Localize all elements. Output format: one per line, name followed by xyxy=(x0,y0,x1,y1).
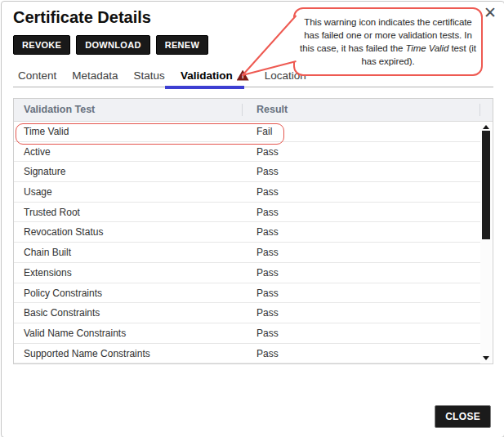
table-row[interactable]: Trusted RootPass xyxy=(14,203,480,223)
cell-test: Extensions xyxy=(24,263,72,283)
table-row[interactable]: ActivePass xyxy=(14,142,480,163)
callout-italic-text: Time Valid xyxy=(406,43,449,53)
cell-test: Chain Built xyxy=(24,243,71,262)
cell-result: Pass xyxy=(256,283,279,303)
table-body: Time ValidFail ActivePass SignaturePass … xyxy=(14,122,480,363)
cell-result: Fail xyxy=(256,122,272,141)
cell-result: Pass xyxy=(256,162,279,181)
cell-test: Active xyxy=(24,142,51,162)
cell-test: Valid Name Constraints xyxy=(24,323,126,343)
table-row[interactable]: Valid Name ConstraintsPass xyxy=(14,323,480,344)
table-row[interactable]: SignaturePass xyxy=(14,162,480,182)
warning-icon-glyph: ! xyxy=(242,72,244,81)
table-row[interactable]: Policy ConstraintsPass xyxy=(14,283,480,304)
cell-test: Usage xyxy=(24,182,52,202)
scroll-down-icon[interactable] xyxy=(483,356,489,360)
table-row[interactable]: ExtensionsPass xyxy=(14,263,480,283)
cell-result: Pass xyxy=(256,222,279,242)
action-button-row: REVOKE DOWNLOAD RENEW xyxy=(13,35,214,55)
cell-result: Pass xyxy=(256,243,279,262)
scrollbar-thumb[interactable] xyxy=(482,131,490,239)
cell-test: Policy Constraints xyxy=(24,283,102,303)
warning-annotation-callout: This warning icon indicates the certific… xyxy=(293,7,483,76)
tab-status[interactable]: Status xyxy=(134,69,165,82)
cell-result: Pass xyxy=(256,344,279,363)
column-header-result: Result xyxy=(256,104,288,115)
cell-test: Supported Name Constraints xyxy=(24,344,150,363)
table-header: Validation Test Result xyxy=(14,99,493,122)
cell-test: Basic Constraints xyxy=(24,303,100,323)
table-row[interactable]: Basic ConstraintsPass xyxy=(14,303,480,323)
table-row[interactable]: Supported Name ConstraintsPass xyxy=(14,344,480,364)
certificate-details-dialog: Certificate Details ✕ REVOKE DOWNLOAD RE… xyxy=(1,1,504,437)
cell-result: Pass xyxy=(256,142,279,162)
tab-validation[interactable]: Validation ! xyxy=(181,69,249,82)
tab-validation-label: Validation xyxy=(181,69,233,82)
tab-metadata[interactable]: Metadata xyxy=(72,69,118,82)
renew-button[interactable]: RENEW xyxy=(156,35,208,55)
validation-results-table: Validation Test Result Time ValidFail Ac… xyxy=(13,98,493,364)
tab-content[interactable]: Content xyxy=(18,69,56,82)
warning-icon: ! xyxy=(237,70,249,81)
close-button[interactable]: CLOSE xyxy=(435,405,491,428)
scroll-up-icon[interactable] xyxy=(483,125,489,129)
table-row[interactable]: UsagePass xyxy=(14,182,480,203)
cell-test: Time Valid xyxy=(24,122,69,141)
revoke-button[interactable]: REVOKE xyxy=(13,35,70,55)
active-tab-indicator xyxy=(165,86,244,89)
table-row[interactable]: Chain BuiltPass xyxy=(14,243,480,263)
close-icon[interactable]: ✕ xyxy=(484,3,497,23)
table-row[interactable]: Time ValidFail xyxy=(14,122,480,142)
cell-result: Pass xyxy=(256,263,279,283)
cell-test: Trusted Root xyxy=(24,203,80,222)
cell-result: Pass xyxy=(256,323,279,343)
cell-test: Revocation Status xyxy=(24,222,103,242)
page-title: Certificate Details xyxy=(13,8,151,27)
column-divider xyxy=(242,104,243,116)
table-scrollbar[interactable] xyxy=(480,123,492,363)
cell-result: Pass xyxy=(256,182,279,202)
cell-test: Signature xyxy=(24,162,65,181)
column-header-validation-test: Validation Test xyxy=(24,104,95,115)
column-divider xyxy=(479,104,480,116)
cell-result: Pass xyxy=(256,203,279,222)
table-row[interactable]: Revocation StatusPass xyxy=(14,222,480,243)
download-button[interactable]: DOWNLOAD xyxy=(76,35,149,55)
cell-result: Pass xyxy=(256,303,279,323)
